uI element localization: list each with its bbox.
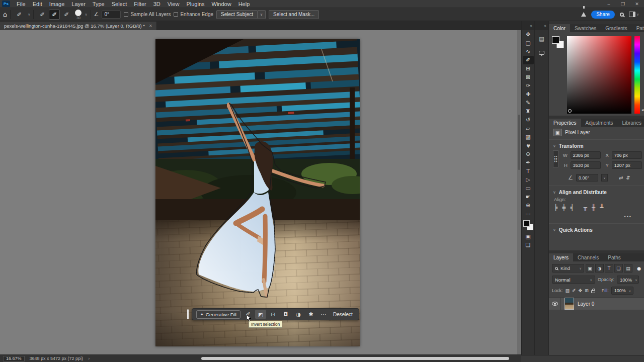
tab-libraries[interactable]: Libraries	[618, 119, 644, 127]
tab-paths[interactable]: Paths	[603, 253, 625, 261]
vertical-scrollbar-thumb[interactable]	[518, 115, 520, 170]
status-arrow-icon[interactable]: ›	[88, 356, 90, 361]
hue-slider-marker[interactable]: ◂	[641, 108, 643, 112]
align-left-icon[interactable]: ╞	[554, 204, 557, 211]
pen-tool[interactable]: ✒	[523, 158, 534, 167]
align-bottom-icon[interactable]: ╨	[600, 204, 603, 211]
screen-mode-button[interactable]: ❏	[523, 241, 534, 249]
fill-selection-icon[interactable]: ✱	[305, 310, 316, 319]
transform-input-w[interactable]: 2386 px	[571, 151, 601, 159]
brush-size-picker[interactable]: 30	[75, 10, 82, 20]
minimize-button[interactable]: –	[602, 2, 616, 7]
tool-preset-dropdown[interactable]: ∨	[28, 13, 30, 17]
deselect-button[interactable]: Deselect	[331, 312, 355, 317]
restore-button[interactable]: ❐	[616, 2, 630, 7]
lock-artboard-icon[interactable]: ⊞	[585, 288, 589, 293]
taskbar-drag-handle[interactable]	[187, 309, 189, 319]
foreground-color-swatch[interactable]	[523, 220, 530, 227]
move-tool[interactable]: ✥	[523, 30, 534, 39]
add-selection-brush-icon[interactable]: ✐	[49, 10, 60, 20]
align-more-button[interactable]: •••	[549, 213, 644, 222]
blur-tool[interactable]: ♠	[523, 141, 534, 150]
select-subject-button[interactable]: Select Subject	[216, 10, 258, 19]
enhance-edge-checkbox[interactable]: Enhance Edge	[174, 12, 213, 17]
lock-paint-icon[interactable]: ✐	[572, 288, 576, 293]
brush-dropdown[interactable]: ∨	[85, 13, 87, 17]
filter-adjustment-icon[interactable]: ◑	[595, 264, 604, 273]
subtract-selection-brush-icon[interactable]: ✐	[61, 10, 72, 20]
align-middle-v-icon[interactable]: ╫	[592, 204, 595, 211]
hand-tool[interactable]: ☛	[523, 193, 534, 201]
tool-preset-icon[interactable]: ✐	[14, 10, 25, 20]
zoom-tool[interactable]: ⊕	[523, 201, 534, 210]
zoom-level[interactable]: 16.67%	[3, 356, 25, 361]
angle-input[interactable]: 0°	[102, 11, 121, 19]
quick-mask-button[interactable]: ▣	[523, 232, 534, 241]
layer-visibility-toggle[interactable]	[549, 298, 561, 310]
share-button[interactable]: Share	[591, 11, 615, 19]
generative-fill-button[interactable]: ✦ Generative Fill	[196, 310, 240, 319]
eraser-tool[interactable]: ▱	[523, 124, 534, 133]
menu-filter[interactable]: Filter	[130, 1, 149, 7]
layer-name[interactable]: Layer 0	[578, 301, 594, 307]
beta-features-icon[interactable]	[581, 12, 586, 17]
menu-image[interactable]: Image	[46, 1, 68, 7]
crop-tool[interactable]: ⊞	[523, 64, 534, 73]
select-subject-dropdown[interactable]: ∨	[258, 10, 266, 19]
tab-patterns[interactable]: Patterns	[632, 24, 644, 32]
canvas-area[interactable]: ✦ Generative Fill ✐◩⊡◘◑✱⋯ Deselect Inver…	[0, 30, 521, 354]
menu-plugins[interactable]: Plugins	[183, 1, 208, 7]
marquee-tool[interactable]: ▢	[523, 39, 534, 47]
shape-tool[interactable]: ▭	[523, 184, 534, 193]
brush-tool[interactable]: ✎	[523, 99, 534, 107]
home-icon[interactable]: ⌂	[3, 11, 7, 18]
lock-move-icon[interactable]: ✥	[579, 288, 583, 293]
dodge-tool[interactable]: ⊖	[523, 150, 534, 158]
reference-point-widget[interactable]: ⣿	[553, 150, 558, 167]
color-swatches-mini[interactable]	[552, 36, 564, 48]
tab-layers[interactable]: Layers	[549, 253, 573, 261]
menu-help[interactable]: Help	[235, 1, 254, 7]
transform-input-y[interactable]: 1207 px	[612, 161, 642, 169]
transform-section-header[interactable]: ∨Transform	[549, 141, 644, 150]
document-image[interactable]	[155, 39, 360, 346]
sample-all-layers-checkbox[interactable]: Sample All Layers	[124, 12, 171, 17]
tab-swatches[interactable]: Swatches	[570, 24, 601, 32]
close-button[interactable]: ✕	[630, 2, 644, 7]
clone-stamp-tool[interactable]: ♜	[523, 107, 534, 116]
menu-edit[interactable]: Edit	[29, 1, 46, 7]
tab-properties[interactable]: Properties	[549, 119, 581, 127]
rotation-input[interactable]: 0.00°	[576, 174, 598, 182]
history-brush-tool[interactable]: ↺	[523, 116, 534, 124]
edit-toolbar-icon[interactable]: ⋯	[523, 210, 534, 218]
align-center-h-icon[interactable]: ╪	[562, 204, 566, 211]
tab-close-icon[interactable]: ✕	[149, 24, 152, 28]
filter-toggle-icon[interactable]: ●	[637, 266, 641, 271]
eyedropper-tool[interactable]: ✑	[523, 81, 534, 90]
path-selection-tool[interactable]: ▷	[523, 175, 534, 184]
invert-selection-icon[interactable]: ◩	[255, 310, 266, 319]
select-and-mask-button[interactable]: Select and Mask...	[269, 10, 319, 19]
transform-selection-icon[interactable]: ⊡	[268, 310, 279, 319]
align-top-icon[interactable]: ╥	[584, 204, 587, 211]
history-panel-icon[interactable]: ▤	[536, 33, 547, 44]
lasso-tool[interactable]: ∿	[523, 47, 534, 56]
menu-3d[interactable]: 3D	[150, 1, 164, 7]
lock-all-icon[interactable]	[591, 290, 595, 293]
flip-vertical-icon[interactable]: ⇵	[626, 175, 630, 180]
tab-channels[interactable]: Channels	[573, 253, 603, 261]
type-tool[interactable]: T	[523, 167, 534, 175]
filter-type-icon[interactable]: T	[605, 264, 613, 273]
panels-collapse-icon[interactable]: «	[535, 21, 548, 30]
menu-layer[interactable]: Layer	[68, 1, 89, 7]
tab-color[interactable]: Color	[549, 24, 570, 32]
new-selection-brush-icon[interactable]: ✐	[37, 10, 48, 20]
vertical-scrollbar[interactable]	[517, 30, 521, 354]
tab-adjustments[interactable]: Adjustments	[581, 119, 618, 127]
fill-input[interactable]: 100%∨	[611, 287, 633, 295]
color-swatches-widget[interactable]	[523, 220, 533, 230]
menu-file[interactable]: File	[13, 1, 29, 7]
transform-input-h[interactable]: 3530 px	[571, 161, 601, 169]
layer-filter-select[interactable]: Kind ∨	[552, 264, 584, 273]
create-mask-icon[interactable]: ◘	[280, 310, 291, 319]
